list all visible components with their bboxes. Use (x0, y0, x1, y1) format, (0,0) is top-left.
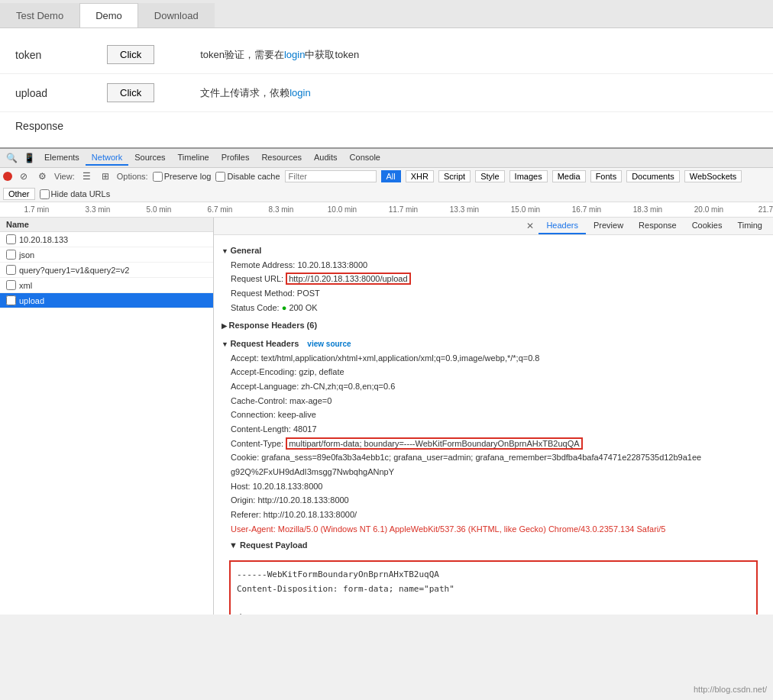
item-label-query: query?query1=v1&query2=v2 (19, 266, 129, 275)
detail-tab-cookies[interactable]: Cookies (684, 218, 730, 234)
devtools-device-icon[interactable]: 📱 (21, 151, 38, 165)
token-login-link[interactable]: login (284, 49, 305, 60)
user-agent-val: Mozilla/5.0 (Windows NT 6.1) AppleWebKit… (278, 524, 666, 534)
detail-tab-headers[interactable]: Headers (539, 218, 586, 234)
request-url-row: Request URL: http://10.20.18.133:8000/up… (222, 272, 765, 286)
item-label-upload: upload (19, 296, 44, 305)
tab-sources[interactable]: Sources (128, 150, 171, 166)
request-headers-section-title[interactable]: Request Headers view source (222, 337, 765, 351)
payload-line3 (237, 596, 750, 611)
accept-val: text/html,application/xhtml+xml,applicat… (261, 353, 540, 363)
detail-tab-response[interactable]: Response (631, 218, 684, 234)
top-tab-bar: Test Demo Demo Download (0, 0, 773, 28)
filter-documents[interactable]: Documents (626, 170, 680, 182)
preserve-log-checkbox[interactable] (153, 172, 163, 182)
upload-click-button[interactable]: Click (107, 83, 154, 102)
disable-cache-label[interactable]: Disable cache (215, 172, 280, 182)
request-method-row: Request Method: POST (222, 286, 765, 301)
list-item-upload[interactable]: upload (0, 293, 213, 308)
record-button[interactable] (3, 172, 12, 181)
disable-cache-checkbox[interactable] (215, 172, 225, 182)
user-agent-row: User-Agent: Mozilla/5.0 (Windows NT 6.1)… (222, 522, 765, 537)
status-code-row: Status Code: ● 200 OK (222, 301, 765, 315)
tab-network[interactable]: Network (86, 150, 128, 166)
tab-elements[interactable]: Elements (38, 150, 86, 166)
tab-demo[interactable]: Demo (79, 3, 138, 27)
tick-8: 15.0 min (495, 205, 556, 214)
remote-address-val: 10.20.18.133:8000 (297, 260, 367, 269)
filter-other[interactable]: Other (3, 188, 35, 200)
item-checkbox-query[interactable] (6, 265, 16, 275)
list-item-ip[interactable]: 10.20.18.133 (0, 232, 213, 247)
token-desc: token验证，需要在login中获取token (200, 48, 359, 62)
upload-label: upload (15, 87, 61, 99)
response-headers-section-title[interactable]: Response Headers (6) (222, 319, 765, 333)
accept-row: Accept: text/html,application/xhtml+xml,… (222, 351, 765, 366)
filter-icon[interactable]: ⚙ (35, 169, 50, 183)
filter-websockets[interactable]: WebSockets (684, 170, 742, 182)
tick-6: 11.7 min (373, 205, 434, 214)
main-content: token Click token验证，需要在login中获取token upl… (0, 28, 773, 147)
cookie-row: Cookie: grafana_sess=89e0fa3b3a4ebb1c; g… (222, 450, 765, 479)
accept-language-val: zh-CN,zh;q=0.8,en;q=0.6 (301, 382, 395, 391)
list-item-query[interactable]: query?query1=v1&query2=v2 (0, 263, 213, 278)
tick-11: 20.0 min (678, 205, 739, 214)
cache-control-row: Cache-Control: max-age=0 (222, 394, 765, 408)
network-panel: Name 10.20.18.133 json query?query1=v1&q… (0, 218, 773, 615)
item-label-ip: 10.20.18.133 (19, 235, 68, 244)
connection-row: Connection: keep-alive (222, 408, 765, 422)
token-label: token (15, 49, 61, 61)
tab-profiles[interactable]: Profiles (215, 150, 256, 166)
list-item-json[interactable]: json (0, 247, 213, 263)
filter-images[interactable]: Images (509, 170, 548, 182)
detail-close-button[interactable]: ✕ (522, 218, 539, 234)
tab-download-label: Download (154, 10, 199, 21)
token-click-button[interactable]: Click (107, 45, 154, 64)
status-code-val: 200 OK (289, 303, 317, 312)
filter-all[interactable]: All (381, 170, 401, 182)
list-item-xml[interactable]: xml (0, 278, 213, 293)
response-label: Response (15, 120, 63, 132)
tab-download[interactable]: Download (138, 3, 215, 27)
tab-test-demo[interactable]: Test Demo (0, 3, 79, 27)
tree-view-icon[interactable]: ⊞ (99, 169, 112, 183)
item-checkbox-upload[interactable] (6, 295, 16, 305)
stop-icon[interactable]: ⊘ (17, 169, 31, 183)
content-type-row: Content-Type: multipart/form-data; bound… (222, 437, 765, 451)
tab-timeline[interactable]: Timeline (172, 150, 215, 166)
filter-xhr[interactable]: XHR (406, 170, 434, 182)
filter-media[interactable]: Media (552, 170, 586, 182)
item-checkbox-xml[interactable] (6, 280, 16, 290)
tab-console[interactable]: Console (344, 150, 386, 166)
content-length-key: Content-Length: (231, 424, 293, 434)
upload-login-link[interactable]: login (289, 87, 310, 98)
status-dot: ● (282, 303, 287, 312)
referer-key: Referer: (231, 510, 264, 519)
filter-style[interactable]: Style (475, 170, 504, 182)
payload-title: ▼ Request Payload (222, 536, 765, 554)
item-checkbox-ip[interactable] (6, 234, 16, 244)
payload-line2: Content-Disposition: form-data; name="pa… (237, 582, 750, 597)
general-section-title[interactable]: General (222, 244, 765, 258)
cookie-key: Cookie: (231, 453, 261, 462)
filter-script[interactable]: Script (438, 170, 471, 182)
filter-fonts[interactable]: Fonts (590, 170, 623, 182)
preserve-log-label[interactable]: Preserve log (153, 172, 212, 182)
accept-key: Accept: (231, 353, 261, 363)
hide-data-urls-label[interactable]: Hide data URLs (40, 189, 111, 199)
item-checkbox-json[interactable] (6, 250, 16, 260)
detail-tab-preview[interactable]: Preview (586, 218, 631, 234)
devtools-search-icon[interactable]: 🔍 (3, 151, 21, 165)
tick-10: 18.3 min (617, 205, 678, 214)
tab-audits[interactable]: Audits (308, 150, 344, 166)
detail-tab-timing[interactable]: Timing (729, 218, 770, 234)
tab-resources[interactable]: Resources (255, 150, 308, 166)
accept-encoding-key: Accept-Encoding: (231, 367, 299, 376)
tick-12: 21.7 m (739, 205, 773, 214)
filter-input[interactable] (285, 170, 377, 182)
hide-data-urls-checkbox[interactable] (40, 189, 50, 199)
user-agent-key: User-Agent: (231, 524, 278, 534)
accept-language-row: Accept-Language: zh-CN,zh;q=0.8,en;q=0.6 (222, 379, 765, 394)
list-view-icon[interactable]: ☰ (79, 169, 94, 183)
view-source-link[interactable]: view source (307, 340, 351, 348)
